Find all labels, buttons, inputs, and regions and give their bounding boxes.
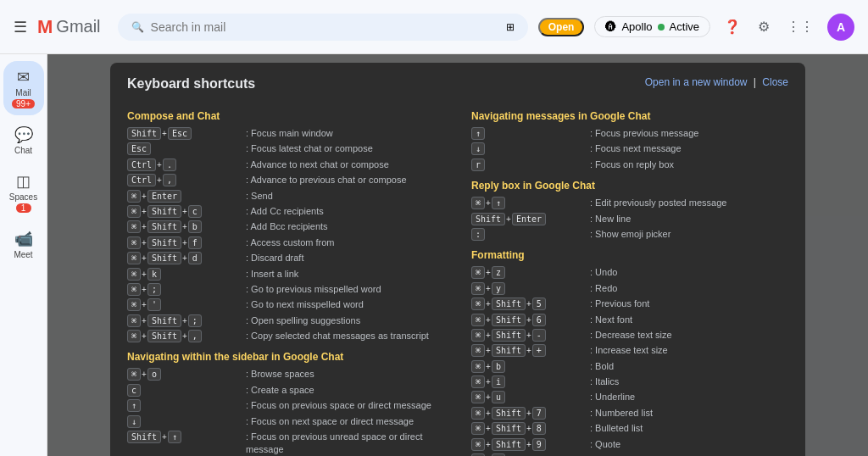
right-column: Navigating messages in Google Chat ↑: Fo… [471,102,788,456]
apollo-label: Apollo [621,20,652,33]
search-bar[interactable]: 🔍 ⊞ [118,14,528,41]
main-body: ✉ Mail 99+ 💬 Chat ◫ Spaces 1 📹 Meet [0,54,868,456]
gmail-logo: M Gmail [37,16,101,38]
help-button[interactable]: ❓ [721,15,744,38]
shortcut-row: ⌘+Shift+6: Next font [471,314,788,326]
hamburger-menu[interactable]: ☰ [14,18,27,36]
top-bar: ☰ M Gmail 🔍 ⊞ Open 🅐 Apollo Active ❓ ⚙ ⋮… [0,0,868,54]
shortcut-row: r: Focus on reply box [471,158,788,171]
shortcut-row: ⌘+Shift+7: Numbered list [471,407,788,420]
shortcut-row: ⌘+Shift+5: Previous font [471,298,788,310]
shortcuts-panel: Keyboard shortcuts Open in a new window … [110,63,805,456]
shortcut-row: :: Show emoji picker [471,228,788,241]
shortcut-row: ⌘+Shift+,: Copy selected chat messages a… [127,330,444,342]
avatar[interactable]: A [827,14,854,41]
shortcut-row: ⌘+Shift+9: Quote [471,438,788,451]
open-button[interactable]: Open [538,18,585,36]
shortcut-row: ⌘+': Go to next misspelled word [127,298,444,311]
shortcut-row: Ctrl+.: Advance to next chat or compose [127,158,444,171]
shortcut-row: Shift+Esc: Focus main window [127,127,444,140]
active-label: Active [670,20,699,33]
shortcut-row: ⌘+Shift+;: Open spelling suggestions [127,314,444,327]
shortcut-row: ⌘+;: Go to previous misspelled word [127,283,444,296]
shortcut-row: ⌘+Shift+b: Add Bcc recipients [127,220,444,233]
shortcut-row: ⌘+z: Undo [471,266,788,279]
shortcuts-top-links: Open in a new window | Close [645,76,788,88]
gmail-shell: ☰ M Gmail 🔍 ⊞ Open 🅐 Apollo Active ❓ ⚙ ⋮… [0,0,868,456]
sidebar-item-chat[interactable]: 💬 Chat [3,119,44,162]
shortcut-row: ↑: Focus previous message [471,127,788,140]
shortcut-row: Esc: Focus latest chat or compose [127,142,444,155]
sidebar-item-meet[interactable]: 📹 Meet [3,223,44,266]
shortcut-row: ⌘+Shift+f: Access custom from [127,236,444,249]
shortcut-row: c: Create a space [127,384,444,397]
navigating-messages-title: Navigating messages in Google Chat [471,110,788,122]
sidebar-item-spaces[interactable]: ◫ Spaces 1 [3,165,44,220]
shortcut-row: Shift+↑: Focus on previous unread space … [127,431,444,456]
top-right: Open 🅐 Apollo Active ❓ ⚙ ⋮⋮ A [538,14,854,41]
chat-icon: 💬 [14,125,33,144]
chat-label: Chat [14,146,32,155]
shortcut-row: ⌘+y: Redo [471,282,788,295]
spaces-badge: 1 [16,203,31,213]
shortcut-row: ⌘+Shift+8: Bulleted list [471,422,788,435]
spaces-label: Spaces [9,192,37,202]
shortcut-row: ⌘+b: Bold [471,360,788,373]
shortcut-row: ⌘+Enter: Send [127,190,444,203]
shortcut-row: ⌘+Shift+c: Add Cc recipients [127,205,444,218]
sidebar-item-mail[interactable]: ✉ Mail 99+ [3,61,44,115]
shortcut-row: ↓: Focus next message [471,142,788,155]
search-input[interactable] [151,20,499,34]
logo-text: Gmail [56,17,100,36]
shortcut-row: ⌘+k: Insert a link [127,268,444,281]
search-icon: 🔍 [131,21,144,33]
shortcut-row: ⌘+i: Italics [471,375,788,388]
apollo-button[interactable]: 🅐 Apollo Active [594,16,710,37]
icon-sidebar: ✉ Mail 99+ 💬 Chat ◫ Spaces 1 📹 Meet [0,54,47,456]
mail-badge: 99+ [12,99,35,108]
shortcut-row: ⌘+u: Underline [471,391,788,403]
navigating-sidebar-title: Navigating within the sidebar in Google … [127,351,444,363]
shortcut-row: ⌘+Shift+d: Discard draft [127,252,444,264]
apollo-logo: 🅐 [605,20,616,33]
shortcut-row: ⌘+o: Browse spaces [127,368,444,381]
left-column: Compose and Chat Shift+Esc: Focus main w… [127,102,444,456]
shortcut-row: Shift+Enter: New line [471,213,788,225]
content-area: Keyboard shortcuts Open in a new window … [47,54,868,456]
spaces-icon: ◫ [16,172,31,191]
reply-box-title: Reply box in Google Chat [471,180,788,192]
shortcuts-columns: Compose and Chat Shift+Esc: Focus main w… [127,102,788,456]
active-indicator [658,24,665,31]
shortcut-row: ↓: Focus on next space or direct message [127,415,444,428]
link-separator: | [754,76,759,88]
shortcuts-overlay: Keyboard shortcuts Open in a new window … [47,54,868,456]
apps-button[interactable]: ⋮⋮ [783,15,817,38]
settings-button[interactable]: ⚙ [754,15,773,38]
logo-m: M [37,16,53,38]
close-link[interactable]: Close [762,76,788,88]
compose-chat-title: Compose and Chat [127,110,444,122]
shortcut-row: Ctrl+,: Advance to previous chat or comp… [127,174,444,186]
mail-label: Mail [15,88,31,97]
open-new-window-link[interactable]: Open in a new window [645,76,748,88]
shortcut-row: ⌘+↑: Edit previously posted message [471,197,788,209]
mail-icon: ✉ [17,68,30,86]
search-options-icon[interactable]: ⊞ [506,21,515,33]
meet-label: Meet [14,250,32,259]
shortcut-row: ⌘+Shift+-: Decrease text size [471,329,788,342]
formatting-title: Formatting [471,249,788,261]
shortcut-row: ⌘+Shift++: Increase text size [471,344,788,357]
meet-icon: 📹 [14,230,33,248]
shortcut-row: ↑: Focus on previous space or direct mes… [127,399,444,412]
